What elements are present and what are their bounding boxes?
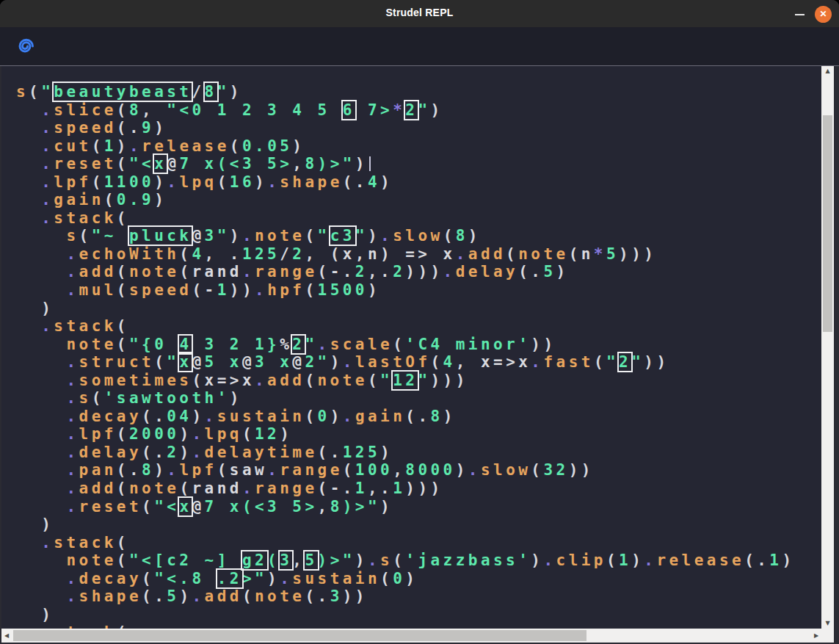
active-event-highlight: pluck bbox=[129, 227, 192, 245]
code-token: . bbox=[205, 408, 217, 425]
code-token: ) bbox=[443, 408, 456, 425]
code-token: . bbox=[66, 281, 79, 299]
code-token: )) bbox=[531, 336, 556, 353]
code-line: .lpf(1100).lpq(16).shape(.4) bbox=[16, 173, 795, 192]
code-token: delay bbox=[79, 444, 142, 461]
code-token: 5 bbox=[543, 263, 556, 281]
code-token: 100 bbox=[355, 461, 393, 479]
code-token: % bbox=[280, 336, 292, 353]
active-event-highlight: 6 bbox=[343, 101, 355, 119]
code-token: ) bbox=[330, 353, 343, 371]
code-token: hpf bbox=[267, 281, 305, 299]
code-token bbox=[16, 119, 41, 137]
code-token: 1 bbox=[217, 281, 230, 299]
code-token: . bbox=[644, 551, 656, 569]
code-token: . bbox=[267, 461, 280, 479]
code-token: ) bbox=[380, 173, 393, 191]
code-line: .decay(.04).sustain(0).gain(.8) bbox=[16, 408, 795, 426]
code-line: ) bbox=[16, 300, 795, 318]
code-token: ) bbox=[531, 551, 543, 569]
code-token: 125 bbox=[242, 245, 280, 263]
code-token: . bbox=[66, 480, 79, 497]
code-token: ( bbox=[305, 372, 317, 389]
code-line: ) bbox=[16, 606, 795, 624]
code-token: ( bbox=[217, 461, 230, 479]
code-token: 1 bbox=[393, 480, 405, 497]
code-token: ( bbox=[179, 263, 192, 281]
code-token: ( bbox=[92, 389, 104, 407]
code-token: shape bbox=[79, 587, 142, 605]
code-token: @ bbox=[192, 498, 204, 515]
code-token: . bbox=[242, 480, 255, 497]
code-token: 4 bbox=[443, 353, 456, 371]
code-token: ) bbox=[230, 227, 242, 245]
active-event-highlight: 2 bbox=[292, 336, 305, 353]
code-token: 12 bbox=[255, 425, 280, 443]
code-token: stack bbox=[54, 209, 117, 227]
code-token: 7 x(<3 5> bbox=[205, 498, 318, 515]
code-line: .cut(1).release(0.05) bbox=[16, 137, 795, 156]
strudel-logo-icon[interactable] bbox=[15, 35, 35, 57]
code-token: 9 bbox=[142, 119, 154, 137]
code-token: @ bbox=[292, 353, 305, 371]
active-event-highlight: x bbox=[179, 353, 192, 371]
code-token: ( bbox=[117, 480, 129, 497]
code-token: . bbox=[41, 191, 54, 209]
code-token: . bbox=[66, 498, 79, 515]
code-token: @ bbox=[192, 353, 204, 371]
horizontal-scrollbar[interactable]: ◀ ▶ bbox=[1, 629, 834, 643]
code-token: 7> bbox=[355, 101, 393, 119]
code-token bbox=[16, 551, 66, 569]
code-token: 8 bbox=[456, 227, 468, 245]
code-token: . bbox=[267, 173, 280, 191]
code-token: ) bbox=[330, 408, 343, 425]
code-token: . bbox=[167, 173, 179, 191]
code-token: ))) bbox=[405, 480, 443, 497]
code-token: " bbox=[418, 101, 430, 119]
code-token: 'sawtooth' bbox=[104, 389, 230, 407]
code-token: mul bbox=[79, 281, 117, 299]
code-token: . bbox=[255, 372, 267, 389]
code-token: . bbox=[242, 227, 255, 245]
code-token: " bbox=[418, 372, 430, 389]
code-line: note("{0 4 3 2 1}%2".scale('C4 minor')) bbox=[16, 336, 795, 354]
code-token: ) bbox=[556, 263, 569, 281]
titlebar[interactable]: Strudel REPL ✕ bbox=[0, 0, 839, 27]
scroll-right-arrow-icon[interactable]: ▶ bbox=[811, 629, 821, 643]
code-token: ( bbox=[305, 281, 317, 299]
code-token: ( bbox=[368, 372, 380, 389]
code-token: 1 bbox=[619, 551, 631, 569]
code-token: 2 bbox=[167, 444, 179, 461]
code-token: . bbox=[192, 587, 204, 605]
window-title: Strudel REPL bbox=[0, 7, 839, 18]
code-token: . bbox=[66, 389, 79, 407]
code-token: " bbox=[380, 372, 393, 389]
code-editor[interactable]: s("beautybeast/8") .slice(8, "<0 1 2 3 4… bbox=[1, 66, 821, 629]
code-token: 8000 bbox=[405, 461, 455, 479]
code-token: ) bbox=[430, 101, 443, 119]
code-line: .stack( bbox=[16, 534, 795, 552]
code-token: . bbox=[192, 425, 204, 443]
code-token: 2 bbox=[355, 263, 368, 281]
vertical-scrollbar-thumb[interactable] bbox=[823, 115, 832, 332]
active-event-highlight: 4 bbox=[179, 336, 192, 353]
code-token: . bbox=[192, 444, 204, 461]
close-button[interactable]: ✕ bbox=[815, 6, 832, 23]
vertical-scrollbar[interactable]: ▲ ▼ bbox=[821, 66, 834, 629]
code-token: ( bbox=[117, 263, 129, 281]
code-token: 04 bbox=[167, 408, 192, 425]
scroll-down-arrow-icon[interactable]: ▼ bbox=[821, 618, 834, 629]
scroll-left-arrow-icon[interactable]: ◀ bbox=[1, 629, 12, 643]
code-token: ) bbox=[292, 137, 305, 155]
code-token: ) bbox=[117, 137, 129, 155]
code-token: 8)>" bbox=[330, 498, 380, 515]
code-token: ( bbox=[117, 623, 129, 629]
minimize-button[interactable] bbox=[792, 7, 808, 21]
code-line: s("~ pluck@3").note("c3").slow(8) bbox=[16, 227, 795, 245]
code-token: ) bbox=[179, 444, 192, 461]
code-token: ( bbox=[117, 551, 129, 569]
horizontal-scrollbar-thumb[interactable] bbox=[13, 630, 586, 641]
code-token: . bbox=[41, 623, 54, 629]
scroll-up-arrow-icon[interactable]: ▲ bbox=[821, 66, 834, 76]
code-token bbox=[16, 408, 66, 425]
